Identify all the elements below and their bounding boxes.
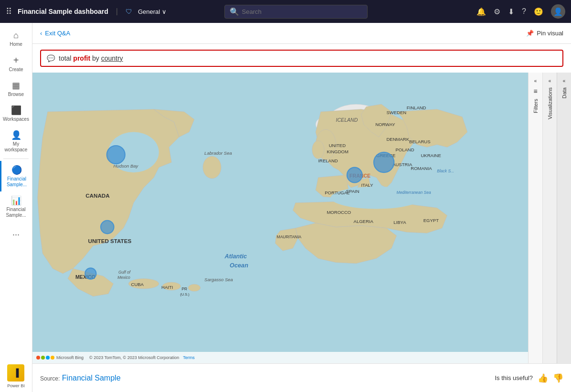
workspace-selector[interactable]: General ∨ [138,8,167,15]
svg-text:IRELAND: IRELAND [318,158,338,163]
my-workspace-icon: 👤 [11,130,21,140]
sidebar-item-financial2[interactable]: 📊 Financial Sample... [0,191,32,222]
workspaces-icon: ⬛ [11,105,21,116]
svg-text:AUSTRIA: AUSTRIA [392,162,412,167]
svg-point-53 [101,221,114,234]
query-icon: 💬 [47,54,55,62]
svg-point-56 [347,168,362,183]
app-title: Financial Sample dashboard [18,8,108,15]
svg-text:EGYPT: EGYPT [423,218,439,223]
more-icon: ··· [9,226,23,244]
svg-text:MAURITANIA: MAURITANIA [277,234,302,239]
sidebar-item-more[interactable]: ··· [0,222,32,247]
svg-text:Ocean: Ocean [230,262,248,269]
filters-icon[interactable]: ≡ [533,87,537,95]
viz-label[interactable]: Visualizations [547,87,553,119]
exit-qa-label: Exit Q&A [45,30,70,37]
subheader: ‹ Exit Q&A 📌 Pin visual [32,23,571,44]
svg-text:Mexico: Mexico [117,275,130,280]
financial1-icon: 🔵 [11,165,22,175]
svg-text:Labrador Sea: Labrador Sea [204,150,232,156]
sidebar-label-financial1: Financial Sample... [3,176,30,188]
thumbsup-button[interactable]: 👍 [538,373,548,383]
svg-text:ALGERIA: ALGERIA [354,219,374,224]
sidebar-item-home[interactable]: ⌂ Home [0,27,32,51]
svg-text:CUBA: CUBA [131,282,144,287]
map-container: CANADA UNITED STATES MEXICO CUBA HAITI P… [32,73,571,363]
feedback-area: Is this useful? 👍 👎 [495,373,564,383]
query-highlight-country: country [101,54,123,62]
svg-text:BELARUS: BELARUS [409,139,430,144]
sidebar-label-financial2: Financial Sample... [2,207,30,218]
svg-text:Mediterranean Sea: Mediterranean Sea [397,190,431,195]
browse-icon: ▦ [12,80,20,91]
apps-icon[interactable]: ⠿ [6,6,12,17]
bing-label: Microsoft Bing [56,355,84,360]
sidebar-bottom: ▐ Power BI [7,364,25,388]
data-label[interactable]: Data [561,87,567,98]
sidebar: ⌂ Home + Create ▦ Browse ⬛ Workspaces 👤 … [0,23,32,392]
svg-text:PORTUGAL: PORTUGAL [325,190,349,195]
svg-text:POLAND: POLAND [395,147,414,152]
search-input[interactable] [242,8,362,15]
sidebar-label-create: Create [9,67,23,73]
settings-icon[interactable]: ⚙ [494,7,500,16]
map-footer: Microsoft Bing © 2023 TomTom, © 2023 Mic… [32,352,528,363]
main-layout: ⌂ Home + Create ▦ Browse ⬛ Workspaces 👤 … [0,23,571,392]
avatar[interactable]: 👤 [551,4,565,19]
financial2-icon: 📊 [11,195,21,206]
svg-text:LIBYA: LIBYA [393,220,406,225]
svg-text:ICELAND: ICELAND [336,117,358,123]
source-info: Source: Financial Sample [40,374,121,382]
chevron-down-icon: ∨ [162,8,167,15]
svg-point-12 [460,150,475,175]
filters-collapse-icon[interactable]: « [534,78,537,84]
query-box[interactable]: 💬 total profit by country [40,50,563,67]
sidebar-label-home: Home [10,42,22,47]
feedback-icon[interactable]: 🙂 [534,7,543,16]
map-area: CANADA UNITED STATES MEXICO CUBA HAITI P… [32,73,528,363]
svg-text:Black S...: Black S... [437,169,454,173]
visualizations-panel: « Visualizations [542,73,557,363]
viz-collapse-icon[interactable]: « [549,78,551,84]
svg-text:UNITED: UNITED [329,143,346,148]
sidebar-item-financial1[interactable]: 🔵 Financial Sample... [0,161,32,191]
svg-point-54 [85,268,96,279]
svg-point-7 [188,284,200,291]
query-highlight-profit: profit [73,54,90,62]
sidebar-item-browse[interactable]: ▦ Browse [0,76,32,101]
exit-qa-button[interactable]: ‹ Exit Q&A [40,30,70,37]
terms-link[interactable]: Terms [183,355,195,360]
pin-visual-button[interactable]: 📌 Pin visual [526,30,563,37]
download-icon[interactable]: ⬇ [508,7,514,16]
pin-icon: 📌 [526,30,534,37]
svg-point-55 [374,152,394,172]
svg-text:SWEDEN: SWEDEN [386,110,406,115]
copyright-text: © 2023 TomTom, © 2023 Microsoft Corporat… [89,355,179,360]
divider: | [116,7,118,16]
svg-text:Atlantic: Atlantic [224,253,247,260]
bing-logo [36,356,54,360]
sidebar-item-create[interactable]: + Create [0,51,32,76]
source-link[interactable]: Financial Sample [62,374,121,382]
notifications-icon[interactable]: 🔔 [476,7,486,16]
thumbsdown-button[interactable]: 👎 [553,373,563,383]
query-text: total profit by country [59,54,123,62]
data-collapse-icon[interactable]: « [563,78,566,84]
topbar: ⠿ Financial Sample dashboard | 🛡 General… [0,0,571,23]
svg-text:NORWAY: NORWAY [375,122,395,127]
filters-label[interactable]: Filters [533,99,539,113]
search-bar[interactable]: 🔍 [224,5,368,19]
source-prefix: Source: [40,375,60,382]
right-panels: « ≡ Filters « Visualizations « Data [528,73,571,363]
svg-text:FINLAND: FINLAND [407,105,426,110]
sidebar-item-workspaces[interactable]: ⬛ Workspaces [0,101,32,126]
svg-text:UNITED STATES: UNITED STATES [88,238,132,244]
help-icon[interactable]: ? [522,7,526,16]
svg-text:CANADA: CANADA [85,192,110,199]
sidebar-item-my-workspace[interactable]: 👤 My workspace [0,126,32,157]
svg-text:PR: PR [181,286,187,291]
svg-text:(U.S.): (U.S.) [180,292,189,297]
workspace-name: General [138,8,160,15]
sidebar-label-browse: Browse [8,92,24,97]
